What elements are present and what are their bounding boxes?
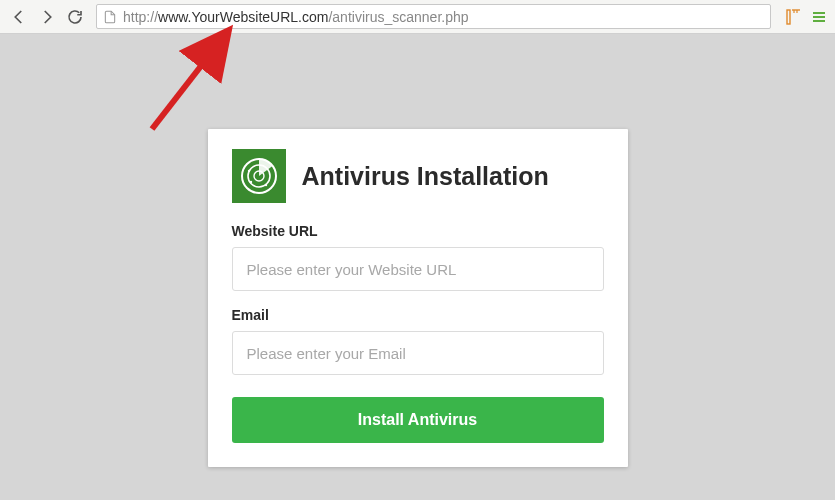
- radar-icon: [232, 149, 286, 203]
- url-path: /antivirus_scanner.php: [328, 9, 468, 25]
- svg-line-7: [152, 39, 222, 129]
- page-content: Antivirus Installation Website URL Email…: [0, 34, 835, 500]
- url-domain: www.YourWebsiteURL.com: [158, 9, 328, 25]
- forward-button[interactable]: [34, 4, 60, 30]
- menu-icon[interactable]: [809, 7, 829, 27]
- install-card: Antivirus Installation Website URL Email…: [208, 129, 628, 467]
- page-icon: [103, 10, 117, 24]
- card-title: Antivirus Installation: [302, 162, 549, 191]
- url-protocol: http://: [123, 9, 158, 25]
- website-url-label: Website URL: [232, 223, 604, 239]
- svg-point-11: [249, 181, 251, 183]
- install-button[interactable]: Install Antivirus: [232, 397, 604, 443]
- website-url-field-group: Website URL: [232, 223, 604, 291]
- reload-button[interactable]: [62, 4, 88, 30]
- address-bar[interactable]: http://www.YourWebsiteURL.com/antivirus_…: [96, 4, 771, 29]
- ruler-icon[interactable]: [783, 7, 803, 27]
- email-field-group: Email: [232, 307, 604, 375]
- back-button[interactable]: [6, 4, 32, 30]
- svg-point-12: [264, 184, 266, 186]
- email-label: Email: [232, 307, 604, 323]
- svg-rect-0: [787, 10, 790, 24]
- svg-point-13: [247, 170, 249, 172]
- toolbar-right-icons: [779, 7, 829, 27]
- email-input[interactable]: [232, 331, 604, 375]
- card-header: Antivirus Installation: [232, 149, 604, 203]
- url-text: http://www.YourWebsiteURL.com/antivirus_…: [123, 9, 469, 25]
- browser-toolbar: http://www.YourWebsiteURL.com/antivirus_…: [0, 0, 835, 34]
- website-url-input[interactable]: [232, 247, 604, 291]
